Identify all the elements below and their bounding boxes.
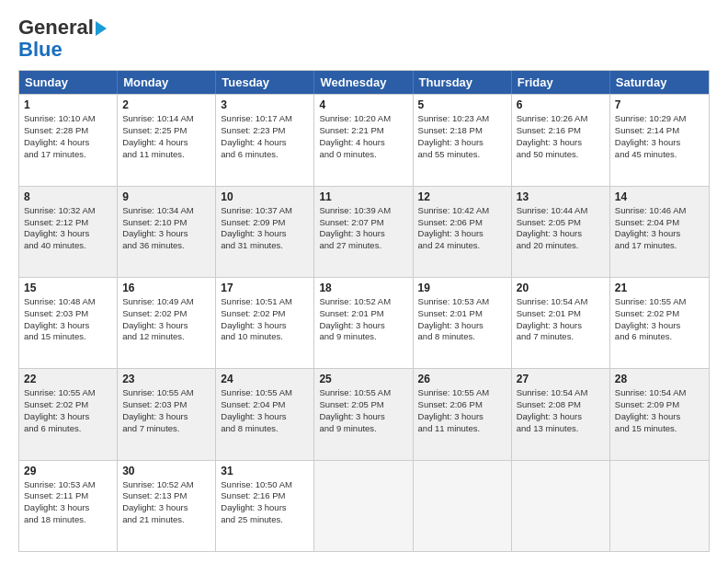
- weekday-header: Thursday: [414, 71, 512, 94]
- day-number: 15: [24, 282, 112, 294]
- calendar-header: SundayMondayTuesdayWednesdayThursdayFrid…: [19, 71, 709, 94]
- day-info: Sunrise: 10:52 AM Sunset: 2:01 PM Daylig…: [319, 296, 407, 343]
- day-info: Sunrise: 10:39 AM Sunset: 2:07 PM Daylig…: [319, 205, 407, 252]
- day-info: Sunrise: 10:48 AM Sunset: 2:03 PM Daylig…: [24, 296, 112, 343]
- day-number: 14: [615, 190, 704, 203]
- day-info: Sunrise: 10:42 AM Sunset: 2:06 PM Daylig…: [418, 205, 506, 252]
- calendar-cell: 31Sunrise: 10:50 AM Sunset: 2:16 PM Dayl…: [216, 461, 314, 551]
- day-number: 11: [319, 190, 407, 203]
- calendar-cell: 3Sunrise: 10:17 AM Sunset: 2:23 PM Dayli…: [216, 95, 314, 185]
- weekday-header: Sunday: [19, 71, 118, 94]
- day-info: Sunrise: 10:55 AM Sunset: 2:04 PM Daylig…: [221, 387, 309, 434]
- day-number: 8: [24, 190, 112, 203]
- weekday-header: Wednesday: [314, 71, 413, 94]
- logo-general: General: [18, 16, 94, 39]
- calendar-cell: 28Sunrise: 10:54 AM Sunset: 2:09 PM Dayl…: [610, 369, 709, 459]
- day-number: 21: [615, 282, 704, 294]
- calendar-cell: 22Sunrise: 10:55 AM Sunset: 2:02 PM Dayl…: [19, 369, 118, 459]
- day-info: Sunrise: 10:54 AM Sunset: 2:01 PM Daylig…: [517, 296, 605, 343]
- day-number: 23: [122, 373, 210, 385]
- logo-blue: Blue: [18, 39, 63, 61]
- day-number: 20: [517, 282, 605, 294]
- calendar-cell: 24Sunrise: 10:55 AM Sunset: 2:04 PM Dayl…: [216, 369, 314, 459]
- day-number: 19: [418, 282, 506, 294]
- day-number: 24: [221, 373, 309, 385]
- day-info: Sunrise: 10:54 AM Sunset: 2:08 PM Daylig…: [517, 387, 605, 434]
- day-number: 2: [122, 98, 210, 111]
- day-info: Sunrise: 10:46 AM Sunset: 2:04 PM Daylig…: [615, 205, 704, 252]
- calendar-cell: 26Sunrise: 10:55 AM Sunset: 2:06 PM Dayl…: [414, 369, 512, 459]
- day-number: 17: [221, 282, 309, 294]
- day-number: 27: [517, 373, 605, 385]
- day-info: Sunrise: 10:53 AM Sunset: 2:01 PM Daylig…: [418, 296, 506, 343]
- calendar-cell: 18Sunrise: 10:52 AM Sunset: 2:01 PM Dayl…: [314, 278, 413, 368]
- calendar-row: 15Sunrise: 10:48 AM Sunset: 2:03 PM Dayl…: [19, 277, 709, 368]
- logo: General Blue: [18, 17, 107, 61]
- day-number: 31: [221, 465, 309, 477]
- day-info: Sunrise: 10:52 AM Sunset: 2:13 PM Daylig…: [122, 479, 210, 526]
- calendar-cell: [512, 461, 610, 551]
- calendar-cell: 27Sunrise: 10:54 AM Sunset: 2:08 PM Dayl…: [512, 369, 610, 459]
- calendar-row: 29Sunrise: 10:53 AM Sunset: 2:11 PM Dayl…: [19, 460, 709, 551]
- day-info: Sunrise: 10:51 AM Sunset: 2:02 PM Daylig…: [221, 296, 309, 343]
- day-info: Sunrise: 10:55 AM Sunset: 2:03 PM Daylig…: [122, 387, 210, 434]
- calendar-row: 1Sunrise: 10:10 AM Sunset: 2:28 PM Dayli…: [19, 94, 709, 185]
- calendar-cell: 15Sunrise: 10:48 AM Sunset: 2:03 PM Dayl…: [19, 278, 118, 368]
- day-number: 29: [24, 465, 112, 477]
- calendar-cell: [414, 461, 512, 551]
- day-number: 22: [24, 373, 112, 385]
- calendar-cell: [314, 461, 413, 551]
- calendar-cell: 5Sunrise: 10:23 AM Sunset: 2:18 PM Dayli…: [414, 95, 512, 185]
- day-info: Sunrise: 10:49 AM Sunset: 2:02 PM Daylig…: [122, 296, 210, 343]
- day-number: 16: [122, 282, 210, 294]
- day-info: Sunrise: 10:44 AM Sunset: 2:05 PM Daylig…: [517, 205, 605, 252]
- calendar-cell: 29Sunrise: 10:53 AM Sunset: 2:11 PM Dayl…: [19, 461, 118, 551]
- day-number: 13: [517, 190, 605, 203]
- weekday-header: Monday: [118, 71, 216, 94]
- calendar-cell: 30Sunrise: 10:52 AM Sunset: 2:13 PM Dayl…: [118, 461, 216, 551]
- day-info: Sunrise: 10:54 AM Sunset: 2:09 PM Daylig…: [615, 387, 704, 434]
- day-number: 28: [615, 373, 704, 385]
- calendar-cell: 21Sunrise: 10:55 AM Sunset: 2:02 PM Dayl…: [610, 278, 709, 368]
- calendar-cell: 1Sunrise: 10:10 AM Sunset: 2:28 PM Dayli…: [19, 95, 118, 185]
- calendar-cell: 16Sunrise: 10:49 AM Sunset: 2:02 PM Dayl…: [118, 278, 216, 368]
- weekday-header: Saturday: [610, 71, 709, 94]
- day-number: 25: [319, 373, 407, 385]
- day-number: 9: [122, 190, 210, 203]
- weekday-header: Tuesday: [216, 71, 314, 94]
- day-info: Sunrise: 10:53 AM Sunset: 2:11 PM Daylig…: [24, 479, 112, 526]
- calendar: SundayMondayTuesdayWednesdayThursdayFrid…: [18, 70, 710, 552]
- calendar-row: 22Sunrise: 10:55 AM Sunset: 2:02 PM Dayl…: [19, 368, 709, 459]
- calendar-cell: 13Sunrise: 10:44 AM Sunset: 2:05 PM Dayl…: [512, 187, 610, 277]
- calendar-cell: [610, 461, 709, 551]
- calendar-cell: 12Sunrise: 10:42 AM Sunset: 2:06 PM Dayl…: [414, 187, 512, 277]
- calendar-cell: 10Sunrise: 10:37 AM Sunset: 2:09 PM Dayl…: [216, 187, 314, 277]
- day-number: 26: [418, 373, 506, 385]
- calendar-row: 8Sunrise: 10:32 AM Sunset: 2:12 PM Dayli…: [19, 186, 709, 277]
- day-info: Sunrise: 10:23 AM Sunset: 2:18 PM Daylig…: [418, 113, 506, 160]
- day-number: 4: [319, 98, 407, 111]
- day-number: 6: [517, 98, 605, 111]
- day-info: Sunrise: 10:55 AM Sunset: 2:05 PM Daylig…: [319, 387, 407, 434]
- calendar-cell: 2Sunrise: 10:14 AM Sunset: 2:25 PM Dayli…: [118, 95, 216, 185]
- calendar-cell: 11Sunrise: 10:39 AM Sunset: 2:07 PM Dayl…: [314, 187, 413, 277]
- day-number: 3: [221, 98, 309, 111]
- day-info: Sunrise: 10:55 AM Sunset: 2:02 PM Daylig…: [24, 387, 112, 434]
- calendar-cell: 14Sunrise: 10:46 AM Sunset: 2:04 PM Dayl…: [610, 187, 709, 277]
- calendar-cell: 7Sunrise: 10:29 AM Sunset: 2:14 PM Dayli…: [610, 95, 709, 185]
- day-number: 1: [24, 98, 112, 111]
- day-info: Sunrise: 10:29 AM Sunset: 2:14 PM Daylig…: [615, 113, 704, 160]
- day-info: Sunrise: 10:14 AM Sunset: 2:25 PM Daylig…: [122, 113, 210, 160]
- day-info: Sunrise: 10:37 AM Sunset: 2:09 PM Daylig…: [221, 205, 309, 252]
- day-info: Sunrise: 10:10 AM Sunset: 2:28 PM Daylig…: [24, 113, 112, 160]
- calendar-cell: 4Sunrise: 10:20 AM Sunset: 2:21 PM Dayli…: [314, 95, 413, 185]
- day-number: 5: [418, 98, 506, 111]
- page: General Blue SundayMondayTuesdayWednesda…: [0, 0, 728, 563]
- day-number: 12: [418, 190, 506, 203]
- day-info: Sunrise: 10:20 AM Sunset: 2:21 PM Daylig…: [319, 113, 407, 160]
- day-number: 7: [615, 98, 704, 111]
- day-info: Sunrise: 10:32 AM Sunset: 2:12 PM Daylig…: [24, 205, 112, 252]
- day-info: Sunrise: 10:55 AM Sunset: 2:02 PM Daylig…: [615, 296, 704, 343]
- calendar-body: 1Sunrise: 10:10 AM Sunset: 2:28 PM Dayli…: [19, 94, 709, 551]
- day-info: Sunrise: 10:55 AM Sunset: 2:06 PM Daylig…: [418, 387, 506, 434]
